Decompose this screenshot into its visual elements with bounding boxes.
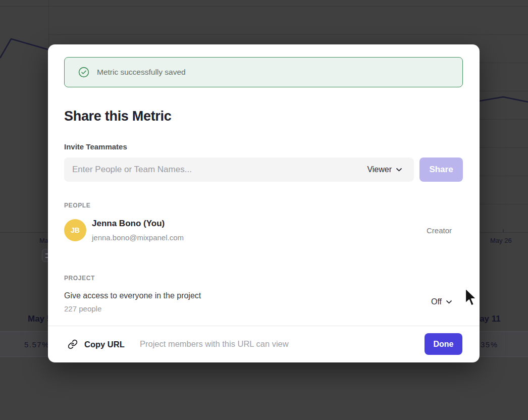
chevron-down-icon (396, 168, 402, 172)
project-access-dropdown[interactable]: Off (431, 297, 452, 306)
copy-url-button[interactable]: Copy URL (68, 337, 125, 351)
modal-title: Share this Metric (64, 109, 171, 124)
people-section-label: PEOPLE (64, 202, 90, 209)
invite-teammates-label: Invite Teammates (64, 142, 127, 151)
person-email: jenna.bono@mixpanel.com (92, 233, 184, 242)
person-role-badge: Creator (427, 226, 452, 235)
project-people-count: 227 people (64, 304, 101, 313)
table-value-right: 35% (481, 340, 498, 349)
avatar: JB (64, 219, 86, 241)
check-circle-icon (78, 67, 89, 78)
x-axis-label-right: May 26 (490, 237, 512, 244)
project-access-title: Give access to everyone in the project (64, 291, 201, 300)
footer-divider (48, 326, 480, 326)
project-access-value: Off (431, 297, 442, 306)
share-metric-modal: Metric successfully saved Share this Met… (48, 44, 480, 362)
link-icon (68, 339, 78, 349)
table-value-left: 5.57% (24, 340, 49, 349)
project-section-label: PROJECT (64, 275, 95, 282)
invite-people-input[interactable] (72, 165, 362, 175)
app-screen: May May 26 May 5 May 11 5.57% 35% Metric… (0, 0, 528, 420)
share-button[interactable]: Share (419, 158, 463, 182)
role-dropdown-value: Viewer (367, 165, 392, 174)
chevron-down-icon (446, 300, 452, 304)
role-dropdown[interactable]: Viewer (367, 165, 402, 174)
done-button[interactable]: Done (425, 333, 462, 355)
person-name: Jenna Bono (You) (92, 219, 165, 229)
toast-message: Metric successfully saved (97, 68, 186, 77)
invite-input-container: Viewer (64, 158, 414, 182)
success-toast: Metric successfully saved (64, 57, 463, 87)
url-helper-text: Project members with this URL can view (140, 339, 289, 349)
mouse-cursor (464, 288, 478, 307)
copy-url-label: Copy URL (84, 340, 125, 349)
